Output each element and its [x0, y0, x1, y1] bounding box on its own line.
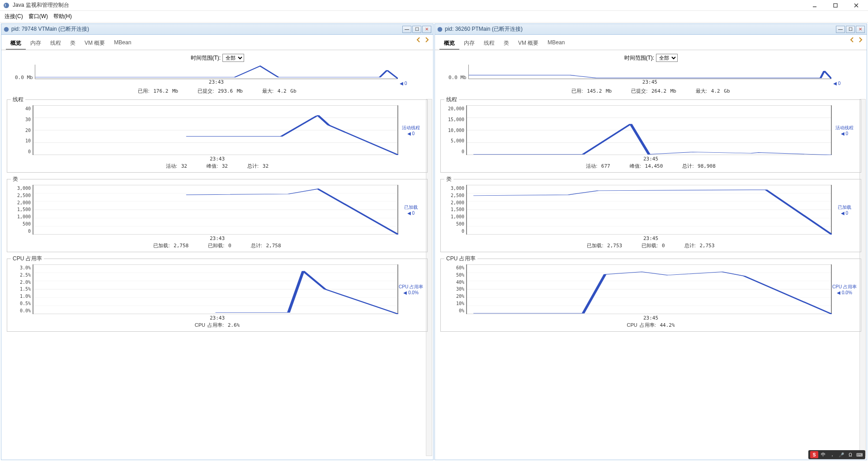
threads-group: 线程 20,00015,00010,0005,0000 活动线程◀ 0 23:4… [440, 96, 861, 173]
cpu-group: CPU 占用率 3.0%2.5%2.0%1.5%1.0%0.5%0.0% CPU… [7, 255, 428, 332]
time-range-row: 时间范围(T): 全部 [439, 52, 862, 65]
threads-xaxis: 23:45 [444, 155, 857, 162]
threads-yaxis: 403020100 [11, 105, 33, 155]
time-range-select[interactable]: 全部 [222, 54, 244, 62]
heap-mini-line [35, 65, 398, 79]
classes-yaxis: 3,0002,5002,0001,5001,0005000 [11, 185, 33, 235]
tab-memory[interactable]: 内存 [26, 38, 46, 50]
java-icon [3, 2, 10, 9]
detach-left-icon[interactable] [849, 37, 856, 43]
cpu-legend: CPU 占用率◀ 0.0% [832, 264, 857, 314]
ime-mic-icon[interactable]: 🎤 [837, 451, 845, 458]
threads-group: 线程 403020100 活动线程◀ 0 23:43 活动: 32 峰值: 32… [7, 96, 428, 173]
tab-memory[interactable]: 内存 [459, 38, 479, 50]
svg-point-5 [4, 27, 9, 32]
detach-left-icon[interactable] [416, 37, 422, 43]
threads-stats: 活动: 32 峰值: 32 总计: 32 [11, 162, 424, 169]
internal-minimize-button[interactable]: — [402, 26, 411, 33]
internal-minimize-button[interactable]: — [836, 26, 845, 33]
heap-legend: ◀ 0 [400, 81, 420, 86]
svg-rect-2 [834, 4, 837, 7]
internal-titlebar[interactable]: pid: 36260 PTMain (已断开连接) — ☐ ✕ [435, 24, 867, 35]
tab-threads[interactable]: 线程 [46, 38, 66, 50]
threads-stats: 活动: 677 峰值: 14,450 总计: 98,908 [444, 162, 857, 169]
time-range-select[interactable]: 全部 [656, 54, 678, 62]
detach-right-icon[interactable] [423, 37, 429, 43]
internal-window-ptmain: pid: 36260 PTMain (已断开连接) — ☐ ✕ 概览 内存 线程… [434, 24, 867, 460]
internal-maximize-button[interactable]: ☐ [846, 26, 855, 33]
internal-close-button[interactable]: ✕ [856, 26, 865, 33]
app-titlebar: Java 监视和管理控制台 [0, 0, 868, 11]
detach-right-icon[interactable] [857, 37, 863, 43]
heap-ylabel: 0.0 Mb [448, 75, 467, 86]
ime-lang[interactable]: 中 [819, 451, 827, 458]
menu-help[interactable]: 帮助(H) [53, 13, 72, 20]
internal-title: pid: 79748 VTMain (已断开连接) [11, 25, 401, 33]
internal-maximize-button[interactable]: ☐ [412, 26, 421, 33]
java-icon [437, 26, 443, 33]
tab-threads[interactable]: 线程 [479, 38, 499, 50]
cpu-group: CPU 占用率 60%50%40%30%20%10%0% CPU 占用率◀ 0.… [440, 255, 861, 332]
ime-omega-icon[interactable]: Ω [846, 451, 854, 458]
cpu-title: CPU 占用率 [444, 255, 477, 263]
overview-content: 时间范围(T): 全部 0.0 Mb 23:43 ◀ 0 已用: 176.2 M… [1, 50, 433, 460]
classes-title: 类 [444, 175, 453, 183]
time-range-label: 时间范围(T): [624, 55, 655, 61]
tab-mbean[interactable]: MBean [109, 38, 136, 50]
tab-classes[interactable]: 类 [66, 38, 80, 50]
tab-vm-summary[interactable]: VM 概要 [80, 38, 109, 50]
classes-chart [466, 185, 832, 235]
ime-tray[interactable]: S 中 ， 🎤 Ω ⌨ [808, 450, 865, 459]
sogou-icon[interactable]: S [810, 451, 818, 458]
mdi-area: pid: 79748 VTMain (已断开连接) — ☐ ✕ 概览 内存 线程… [0, 23, 868, 461]
tab-overview[interactable]: 概览 [439, 38, 459, 50]
svg-point-28 [438, 27, 443, 32]
classes-title: 类 [11, 175, 20, 183]
tab-vm-summary[interactable]: VM 概要 [514, 38, 543, 50]
window-minimize-button[interactable] [808, 1, 821, 9]
classes-stats: 已加载: 2,753 已卸载: 0 总计: 2,753 [444, 241, 857, 249]
threads-title: 线程 [11, 96, 25, 103]
window-maximize-button[interactable] [829, 1, 842, 9]
time-range-label: 时间范围(T): [191, 55, 221, 61]
threads-yaxis: 20,00015,00010,0005,0000 [444, 105, 466, 155]
heap-xticks: 23:43 [35, 79, 398, 86]
tabbar: 概览 内存 线程 类 VM 概要 MBean [435, 35, 867, 50]
cpu-stats: CPU 占用率: 44.2% [444, 321, 857, 329]
tab-mbean[interactable]: MBean [543, 38, 569, 50]
cpu-stats: CPU 占用率: 2.6% [11, 321, 424, 329]
cpu-yaxis: 3.0%2.5%2.0%1.5%1.0%0.5%0.0% [11, 264, 33, 314]
overview-content: 时间范围(T): 全部 0.0 Mb 23:45 ◀ 0 已用: 145.2 M… [435, 50, 867, 460]
menubar: 连接(C) 窗口(W) 帮助(H) [0, 11, 868, 23]
cpu-chart [466, 264, 832, 314]
app-title: Java 监视和管理控制台 [13, 1, 808, 9]
classes-legend: 已加载◀ 0 [398, 185, 424, 235]
cpu-xaxis: 23:45 [444, 314, 857, 321]
internal-window-vtmain: pid: 79748 VTMain (已断开连接) — ☐ ✕ 概览 内存 线程… [1, 24, 434, 460]
heap-mini-line [469, 65, 831, 79]
cpu-title: CPU 占用率 [11, 255, 44, 263]
tab-overview[interactable]: 概览 [6, 38, 26, 50]
threads-xaxis: 23:43 [11, 155, 424, 162]
classes-xaxis: 23:43 [11, 235, 424, 241]
classes-legend: 已加载◀ 0 [832, 185, 857, 235]
window-close-button[interactable] [850, 1, 863, 9]
ime-punct-icon[interactable]: ， [828, 451, 836, 458]
ime-keyboard-icon[interactable]: ⌨ [855, 451, 863, 458]
internal-close-button[interactable]: ✕ [422, 26, 431, 33]
classes-group: 类 3,0002,5002,0001,5001,0005000 已加载◀ 0 2… [7, 175, 428, 252]
cpu-chart [33, 264, 398, 314]
menu-window[interactable]: 窗口(W) [28, 13, 48, 20]
internal-titlebar[interactable]: pid: 79748 VTMain (已断开连接) — ☐ ✕ [1, 24, 433, 35]
menu-connection[interactable]: 连接(C) [5, 13, 23, 20]
time-range-row: 时间范围(T): 全部 [6, 52, 429, 65]
threads-title: 线程 [444, 96, 459, 103]
classes-yaxis: 3,0002,5002,0001,5001,0005000 [444, 185, 466, 235]
cpu-legend: CPU 占用率◀ 0.0% [398, 264, 424, 314]
tabbar: 概览 内存 线程 类 VM 概要 MBean [1, 35, 433, 50]
classes-group: 类 3,0002,5002,0001,5001,0005000 已加载◀ 0 2… [440, 175, 861, 252]
heap-mini-chart: 0.0 Mb 23:43 ◀ 0 [6, 65, 429, 87]
classes-xaxis: 23:45 [444, 235, 857, 241]
classes-stats: 已加载: 2,758 已卸载: 0 总计: 2,758 [11, 241, 424, 249]
tab-classes[interactable]: 类 [499, 38, 514, 50]
